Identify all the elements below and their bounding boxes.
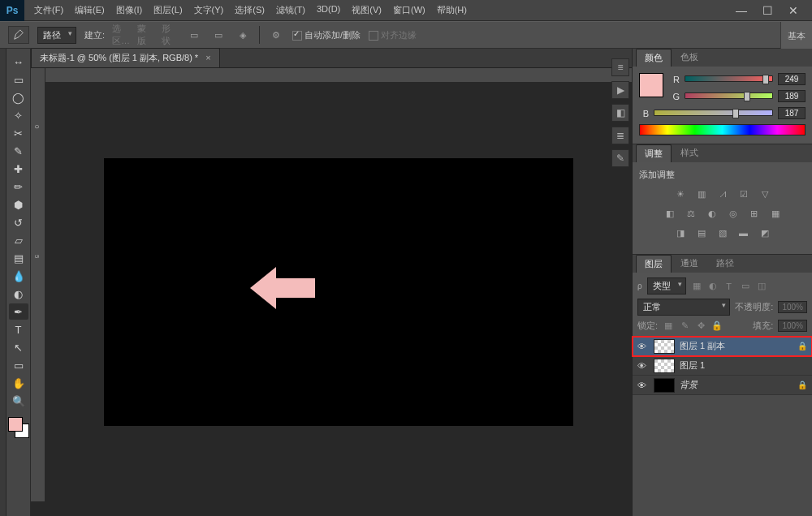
menu-type[interactable]: 文字(Y) — [189, 1, 229, 19]
color-ramp[interactable] — [639, 124, 806, 135]
g-value[interactable]: 189 — [778, 90, 806, 102]
eraser-tool[interactable]: ▱ — [9, 232, 28, 248]
align-edges-checkbox[interactable]: 对齐边缘 — [369, 29, 417, 41]
make-shape-button[interactable]: 形状 — [162, 28, 178, 42]
lock-all-icon[interactable]: 🔒 — [711, 320, 723, 332]
magic-wand-tool[interactable]: ✧ — [9, 107, 28, 123]
type-tool[interactable]: T — [9, 321, 28, 338]
menu-file[interactable]: 文件(F) — [29, 1, 68, 19]
canvas-viewport[interactable] — [45, 83, 632, 501]
curves-icon[interactable]: ⩘ — [716, 187, 729, 200]
filter-shape-icon[interactable]: ▭ — [740, 281, 751, 292]
foreground-color[interactable] — [8, 417, 23, 432]
healing-brush-tool[interactable]: ✚ — [9, 161, 28, 177]
tab-paths[interactable]: 路径 — [707, 254, 743, 273]
document-tab[interactable]: 未标题-1 @ 50% (图层 1 副本, RGB/8) * × — [31, 48, 220, 67]
layer-thumbnail[interactable] — [654, 359, 675, 373]
threshold-icon[interactable]: ▧ — [716, 226, 729, 239]
layer-name[interactable]: 图层 1 — [680, 359, 807, 372]
path-op-icon-3[interactable]: ◈ — [235, 28, 251, 42]
brightness-icon[interactable]: ☀ — [674, 187, 687, 200]
collapsed-panel-icon[interactable]: ▶ — [611, 81, 629, 99]
filter-type-icon[interactable]: T — [723, 281, 735, 292]
history-brush-tool[interactable]: ↺ — [9, 214, 28, 230]
path-select-tool[interactable]: ↖ — [9, 339, 28, 355]
maximize-button[interactable]: ☐ — [760, 5, 775, 16]
visibility-icon[interactable]: 👁 — [637, 361, 649, 371]
menu-help[interactable]: 帮助(H) — [432, 1, 472, 19]
opacity-value[interactable]: 100% — [778, 301, 807, 313]
eyedropper-tool[interactable]: ✎ — [9, 143, 28, 159]
tab-color[interactable]: 颜色 — [636, 49, 672, 67]
posterize-icon[interactable]: ▤ — [695, 226, 708, 239]
workspace-switcher[interactable]: 基本 — [780, 22, 812, 49]
tool-preset-picker[interactable] — [8, 26, 29, 44]
collapsed-panel-icon[interactable]: ≣ — [611, 127, 629, 144]
menu-filter[interactable]: 滤镜(T) — [271, 1, 310, 19]
exposure-icon[interactable]: ☑ — [737, 187, 750, 200]
collapsed-panel-icon[interactable]: ◧ — [611, 104, 629, 122]
minimize-button[interactable]: — — [734, 5, 749, 16]
blend-mode-dropdown[interactable]: 正常 — [637, 299, 730, 316]
pen-mode-dropdown[interactable]: 路径 — [37, 27, 76, 44]
bw-icon[interactable]: ◐ — [706, 207, 719, 220]
layer-name[interactable]: 图层 1 副本 — [680, 340, 793, 352]
layer-row[interactable]: 👁 背景 🔒 — [633, 376, 812, 395]
path-op-icon-2[interactable]: ▭ — [210, 28, 227, 42]
pen-tool[interactable]: ✒ — [9, 303, 28, 320]
layer-row[interactable]: 👁 图层 1 — [633, 356, 812, 376]
close-icon[interactable]: × — [205, 53, 210, 62]
channel-mixer-icon[interactable]: ⊞ — [748, 207, 761, 220]
lock-position-icon[interactable]: ✥ — [695, 320, 706, 332]
gradient-tool[interactable]: ▤ — [9, 250, 28, 266]
layer-thumbnail[interactable] — [654, 339, 675, 354]
gradient-map-icon[interactable]: ▬ — [737, 226, 750, 239]
invert-icon[interactable]: ◨ — [674, 226, 687, 239]
selective-color-icon[interactable]: ◩ — [758, 226, 771, 239]
filter-pixel-icon[interactable]: ▦ — [691, 281, 702, 292]
menu-window[interactable]: 窗口(W) — [388, 1, 430, 19]
b-value[interactable]: 187 — [778, 107, 806, 119]
r-slider[interactable] — [685, 75, 773, 84]
collapsed-panel-icon[interactable]: ✎ — [611, 149, 629, 167]
visibility-icon[interactable]: 👁 — [637, 381, 649, 390]
filter-adjust-icon[interactable]: ◐ — [707, 281, 719, 292]
hue-sat-icon[interactable]: ◧ — [663, 207, 676, 220]
canvas[interactable] — [104, 158, 573, 426]
path-op-icon-1[interactable]: ▭ — [186, 28, 202, 42]
layer-row[interactable]: 👁 图层 1 副本 🔒 — [633, 337, 812, 356]
color-preview[interactable] — [639, 73, 663, 97]
color-swatches[interactable] — [8, 417, 29, 438]
zoom-tool[interactable]: 🔍 — [9, 393, 28, 409]
menu-edit[interactable]: 编辑(E) — [70, 1, 110, 19]
menu-view[interactable]: 视图(V) — [347, 1, 387, 19]
tab-channels[interactable]: 通道 — [672, 254, 707, 273]
shape-tool[interactable]: ▭ — [9, 357, 28, 373]
brush-tool[interactable]: ✏ — [9, 178, 28, 195]
hand-tool[interactable]: ✋ — [9, 375, 28, 391]
r-value[interactable]: 249 — [778, 73, 806, 85]
auto-add-delete-checkbox[interactable]: 自动添加/删除 — [292, 29, 361, 41]
fill-value[interactable]: 100% — [778, 320, 807, 332]
tab-layers[interactable]: 图层 — [636, 255, 672, 273]
photo-filter-icon[interactable]: ◎ — [727, 207, 740, 220]
vibrance-icon[interactable]: ▽ — [758, 187, 771, 200]
b-slider[interactable] — [654, 110, 773, 118]
dodge-tool[interactable]: ◐ — [9, 286, 28, 302]
blur-tool[interactable]: 💧 — [9, 268, 28, 284]
color-balance-icon[interactable]: ⚖ — [685, 207, 698, 220]
gear-icon[interactable]: ⚙ — [268, 28, 284, 42]
menu-image[interactable]: 图像(I) — [111, 1, 147, 19]
menu-layer[interactable]: 图层(L) — [149, 1, 187, 19]
ruler-vertical[interactable]: 0 5 — [31, 68, 45, 501]
visibility-icon[interactable]: 👁 — [637, 342, 649, 351]
close-button[interactable]: ✕ — [786, 5, 801, 16]
stamp-tool[interactable]: ⬢ — [9, 196, 28, 213]
crop-tool[interactable]: ✂ — [9, 125, 28, 141]
lasso-tool[interactable]: ◯ — [9, 89, 28, 105]
menu-3d[interactable]: 3D(D) — [312, 1, 345, 19]
filter-smart-icon[interactable]: ◫ — [756, 281, 767, 292]
tab-adjustments[interactable]: 调整 — [636, 144, 672, 162]
layer-name[interactable]: 背景 — [680, 379, 793, 391]
collapsed-panel-icon[interactable]: ≡ — [611, 58, 629, 76]
